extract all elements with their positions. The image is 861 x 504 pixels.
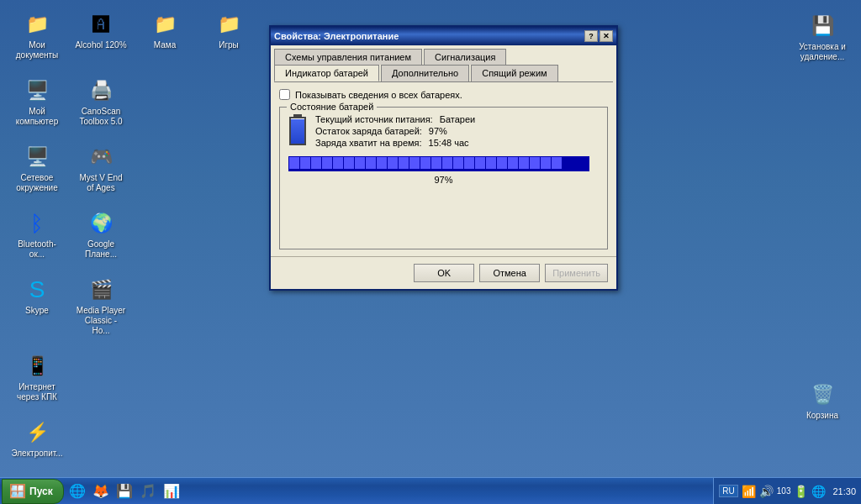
- power-properties-dialog: Свойства: Электропитание ? ✕ Схемы управ…: [269, 25, 618, 291]
- tab-alarms[interactable]: Сигнализация: [424, 49, 506, 65]
- google-earth-img: 🌍: [87, 210, 114, 237]
- show-all-batteries-checkbox[interactable]: [279, 89, 290, 100]
- close-button[interactable]: ✕: [600, 30, 613, 42]
- recycle-bin-label: Корзина: [806, 411, 838, 421]
- battery-visual: [288, 114, 307, 145]
- network-img: 🖥️: [24, 144, 50, 171]
- language-indicator[interactable]: RU: [719, 485, 737, 497]
- my-documents-label: Мои документы: [11, 40, 63, 60]
- apply-button[interactable]: Применить: [545, 264, 608, 282]
- skype-label: Skype: [25, 306, 49, 316]
- recycle-bin-img: 🗑️: [809, 381, 836, 408]
- show-all-batteries-row: Показывать сведения о всех батареях.: [279, 89, 608, 100]
- dialog-title: Свойства: Электропитание: [274, 31, 584, 41]
- taskbar: 🪟 Пуск 🌐 🦊 💾 🎵 📊 RU 📶 🔊 103 🔋 🌐 21:30: [0, 477, 861, 504]
- ok-button[interactable]: OK: [414, 264, 474, 282]
- network-label: Сетевое окружение: [11, 173, 63, 193]
- games-img: 📁: [215, 11, 242, 38]
- tray-battery-icon[interactable]: 🔋: [794, 485, 808, 498]
- my-documents-icon[interactable]: 📁 Мои документы: [7, 7, 67, 65]
- power-icon[interactable]: ⚡ Электропит...: [7, 415, 67, 463]
- desktop-icons-col1: 📁 Мои документы 🅰 Alcohol 120% 📁 Мама 📁 …: [7, 7, 259, 471]
- time-label: Заряда хватит на время:: [315, 138, 422, 148]
- dialog-buttons: OK Отмена Применить: [271, 256, 616, 289]
- right-desktop-icons: 💾 Установка и удаление... 🗑️ Корзина: [792, 8, 853, 430]
- taskbar-extra-button[interactable]: 📊: [161, 481, 182, 501]
- dialog-title-buttons: ? ✕: [584, 30, 613, 42]
- games-icon[interactable]: 📁 Игры: [198, 7, 259, 65]
- spacer: [288, 188, 599, 239]
- media-player-icon[interactable]: 🎬 Media Player Classic - Но...: [71, 272, 131, 340]
- my-computer-label: Мой компьютер: [11, 107, 63, 127]
- power-label: Электропит...: [11, 449, 62, 459]
- mama-icon[interactable]: 📁 Мама: [135, 7, 195, 65]
- my-computer-icon[interactable]: 🖥️ Мой компьютер: [7, 73, 67, 131]
- battery-body: [289, 117, 306, 145]
- canoscan-label: CanoScan Toolbox 5.0: [75, 107, 127, 127]
- network-icon[interactable]: 🖥️ Сетевое окружение: [7, 139, 67, 197]
- bluetooth-icon[interactable]: ᛒ Bluetooth-ок...: [7, 206, 67, 264]
- remaining-value: 97%: [429, 126, 447, 136]
- time-row: Заряда хватит на время: 15:48 час: [315, 138, 475, 148]
- desktop: 📁 Мои документы 🅰 Alcohol 120% 📁 Мама 📁 …: [0, 0, 861, 477]
- recycle-bin-icon[interactable]: 🗑️ Корзина: [792, 377, 853, 425]
- my-computer-img: 🖥️: [24, 77, 50, 104]
- remaining-label: Остаток заряда батарей:: [315, 126, 422, 136]
- add-remove-programs-icon[interactable]: 💾 Установка и удаление...: [792, 8, 853, 66]
- add-remove-img: 💾: [809, 13, 836, 39]
- tab-power-schemes[interactable]: Схемы управления питанием: [274, 49, 422, 65]
- cancel-button[interactable]: Отмена: [479, 264, 540, 282]
- google-earth-label: Google Плане...: [75, 239, 127, 260]
- media-player-img: 🎬: [87, 276, 114, 303]
- bluetooth-img: ᛒ: [24, 210, 50, 237]
- tab-advanced[interactable]: Дополнительно: [381, 65, 469, 81]
- source-value: Батареи: [440, 114, 476, 124]
- show-all-batteries-label: Показывать сведения о всех батареях.: [295, 90, 462, 100]
- battery-status-group: Состояние батарей Текущий источник питан…: [279, 107, 608, 249]
- help-button[interactable]: ?: [584, 30, 598, 42]
- start-label: Пуск: [29, 486, 53, 497]
- tab-hibernate[interactable]: Спящий режим: [471, 65, 557, 81]
- alcohol-img: 🅰: [87, 11, 114, 38]
- battery-progress-bar: [288, 156, 589, 171]
- start-button[interactable]: 🪟 Пуск: [2, 479, 64, 504]
- battery-tray-percent: 103: [777, 486, 791, 496]
- myst-img: 🎮: [87, 144, 114, 171]
- alcohol-icon[interactable]: 🅰 Alcohol 120%: [71, 7, 131, 65]
- start-icon: 🪟: [9, 483, 26, 499]
- tray-network-icon[interactable]: 📶: [742, 485, 756, 498]
- dialog-tabs-row1: Схемы управления питанием Сигнализация: [271, 45, 616, 65]
- myst-label: Myst V End of Ages: [75, 173, 127, 193]
- dialog-titlebar: Свойства: Электропитание ? ✕: [271, 27, 616, 45]
- tray-network2-icon[interactable]: 🌐: [811, 485, 826, 498]
- taskbar-browser-button[interactable]: 🦊: [91, 481, 111, 501]
- internet-kpk-label: Интернет через КПК: [11, 382, 63, 402]
- alcohol-label: Alcohol 120%: [75, 40, 126, 50]
- battery-details: Текущий источник питания: Батареи Остато…: [315, 114, 475, 148]
- tray-time: 21:30: [829, 486, 856, 496]
- power-img: ⚡: [24, 419, 50, 446]
- taskbar-media-button[interactable]: 🎵: [138, 481, 158, 501]
- taskbar-ie-button[interactable]: 🌐: [67, 481, 87, 501]
- skype-img: S: [24, 276, 50, 303]
- canoscan-icon[interactable]: 🖨️ CanoScan Toolbox 5.0: [71, 73, 131, 131]
- dialog-tabs-row2: Индикатор батарей Дополнительно Спящий р…: [271, 65, 616, 81]
- bluetooth-label: Bluetooth-ок...: [11, 239, 63, 260]
- tray-audio-icon[interactable]: 🔊: [759, 485, 774, 498]
- media-player-label: Media Player Classic - Но...: [75, 306, 127, 336]
- time-value: 15:48 час: [429, 138, 469, 148]
- battery-charge-fill: [291, 119, 304, 144]
- taskbar-save-button[interactable]: 💾: [114, 481, 135, 501]
- games-label: Игры: [219, 40, 239, 50]
- group-legend: Состояние батарей: [287, 102, 377, 112]
- skype-icon[interactable]: S Skype: [7, 272, 67, 340]
- taskbar-middle: 🌐 🦊 💾 🎵 📊: [64, 478, 714, 504]
- myst-icon[interactable]: 🎮 Myst V End of Ages: [71, 139, 131, 197]
- source-row: Текущий источник питания: Батареи: [315, 114, 475, 124]
- remaining-row: Остаток заряда батарей: 97%: [315, 126, 475, 136]
- google-earth-icon[interactable]: 🌍 Google Плане...: [71, 206, 131, 264]
- mama-label: Мама: [154, 40, 176, 50]
- battery-progress-label: 97%: [288, 175, 599, 185]
- tab-battery-indicator[interactable]: Индикатор батарей: [274, 65, 379, 81]
- internet-kpk-icon[interactable]: 📱 Интернет через КПК: [7, 349, 67, 407]
